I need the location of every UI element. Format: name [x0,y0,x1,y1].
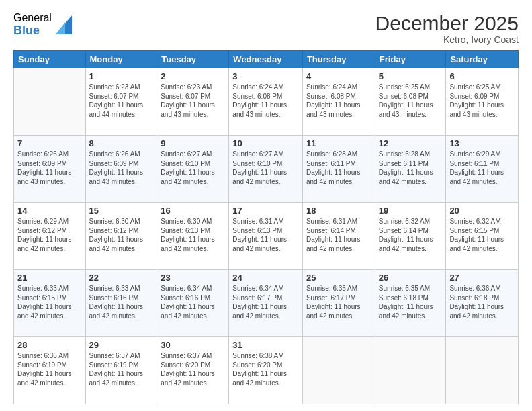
table-row: 28Sunrise: 6:36 AMSunset: 6:19 PMDayligh… [14,337,86,404]
day-info: Sunrise: 6:23 AMSunset: 6:07 PMDaylight:… [161,83,225,119]
col-saturday: Saturday [446,51,519,68]
daylight-text-cont: and 42 minutes. [89,244,154,254]
header-row: Sunday Monday Tuesday Wednesday Thursday… [14,51,519,68]
table-row: 6Sunrise: 6:25 AMSunset: 6:09 PMDaylight… [446,68,519,136]
day-number: 11 [306,138,371,148]
daylight-text: Daylight: 11 hours [232,235,299,244]
sunrise-text: Sunrise: 6:25 AM [449,83,515,92]
day-number: 1 [89,71,154,81]
daylight-text: Daylight: 11 hours [379,235,443,244]
daylight-text-cont: and 43 minutes. [449,110,515,120]
sunrise-text: Sunrise: 6:32 AM [449,217,515,226]
day-info: Sunrise: 6:33 AMSunset: 6:16 PMDaylight:… [89,284,154,320]
daylight-text-cont: and 43 minutes. [161,110,225,120]
table-row [446,337,519,404]
sunrise-text: Sunrise: 6:36 AM [17,351,82,361]
calendar-week-row: 1Sunrise: 6:23 AMSunset: 6:07 PMDaylight… [14,68,519,136]
sunset-text: Sunset: 6:11 PM [379,159,443,169]
day-number: 25 [306,273,371,283]
daylight-text: Daylight: 11 hours [17,302,82,312]
sunset-text: Sunset: 6:20 PM [161,361,225,370]
daylight-text: Daylight: 11 hours [232,168,299,177]
daylight-text-cont: and 44 minutes. [89,110,154,120]
daylight-text-cont: and 42 minutes. [17,244,82,254]
daylight-text-cont: and 43 minutes. [306,110,371,120]
day-number: 15 [89,205,154,216]
day-number: 12 [379,138,443,148]
daylight-text: Daylight: 11 hours [232,302,299,312]
daylight-text: Daylight: 11 hours [161,101,225,110]
day-info: Sunrise: 6:25 AMSunset: 6:09 PMDaylight:… [449,83,515,119]
table-row: 29Sunrise: 6:37 AMSunset: 6:19 PMDayligh… [85,337,157,404]
calendar-table: Sunday Monday Tuesday Wednesday Thursday… [13,50,519,404]
sunrise-text: Sunrise: 6:27 AM [232,150,299,159]
table-row: 3Sunrise: 6:24 AMSunset: 6:08 PMDaylight… [229,68,303,136]
day-info: Sunrise: 6:34 AMSunset: 6:17 PMDaylight:… [232,284,299,320]
main-title: December 2025 [375,12,519,34]
sunset-text: Sunset: 6:17 PM [232,293,299,303]
sunrise-text: Sunrise: 6:38 AM [232,351,299,361]
day-info: Sunrise: 6:28 AMSunset: 6:11 PMDaylight:… [306,150,371,186]
day-number: 5 [379,71,443,81]
daylight-text: Daylight: 11 hours [379,302,443,312]
table-row [302,337,375,404]
daylight-text-cont: and 42 minutes. [306,244,371,254]
logo-general: General [13,12,52,24]
daylight-text-cont: and 42 minutes. [161,177,225,187]
sunrise-text: Sunrise: 6:32 AM [379,217,443,226]
sunrise-text: Sunrise: 6:30 AM [89,217,154,226]
table-row: 1Sunrise: 6:23 AMSunset: 6:07 PMDaylight… [85,68,157,136]
sunset-text: Sunset: 6:19 PM [17,361,82,370]
col-wednesday: Wednesday [229,51,303,68]
table-row: 2Sunrise: 6:23 AMSunset: 6:07 PMDaylight… [157,68,229,136]
table-row: 25Sunrise: 6:35 AMSunset: 6:17 PMDayligh… [302,270,375,337]
daylight-text-cont: and 42 minutes. [161,244,225,254]
day-number: 24 [232,273,299,283]
col-sunday: Sunday [14,51,86,68]
day-info: Sunrise: 6:38 AMSunset: 6:20 PMDaylight:… [232,351,299,387]
table-row: 15Sunrise: 6:30 AMSunset: 6:12 PMDayligh… [85,203,157,270]
sunset-text: Sunset: 6:11 PM [306,159,371,169]
sunset-text: Sunset: 6:11 PM [449,159,515,169]
calendar-week-row: 21Sunrise: 6:33 AMSunset: 6:15 PMDayligh… [14,270,519,337]
sunrise-text: Sunrise: 6:33 AM [89,284,154,293]
day-info: Sunrise: 6:31 AMSunset: 6:14 PMDaylight:… [306,217,371,253]
sunset-text: Sunset: 6:20 PM [232,361,299,370]
table-row: 31Sunrise: 6:38 AMSunset: 6:20 PMDayligh… [229,337,303,404]
daylight-text-cont: and 42 minutes. [232,244,299,254]
daylight-text-cont: and 42 minutes. [17,379,82,388]
daylight-text: Daylight: 11 hours [89,302,154,312]
sunrise-text: Sunrise: 6:37 AM [89,351,154,361]
table-row: 7Sunrise: 6:26 AMSunset: 6:09 PMDaylight… [14,136,86,203]
table-row: 11Sunrise: 6:28 AMSunset: 6:11 PMDayligh… [302,136,375,203]
sunset-text: Sunset: 6:16 PM [161,293,225,303]
sunset-text: Sunset: 6:07 PM [161,92,225,101]
sunrise-text: Sunrise: 6:24 AM [232,83,299,92]
day-info: Sunrise: 6:24 AMSunset: 6:08 PMDaylight:… [306,83,371,119]
day-number: 6 [449,71,515,81]
sunrise-text: Sunrise: 6:36 AM [449,284,515,293]
sunrise-text: Sunrise: 6:30 AM [161,217,225,226]
daylight-text: Daylight: 11 hours [89,369,154,379]
logo-icon [56,15,72,34]
day-number: 18 [306,205,371,216]
day-info: Sunrise: 6:30 AMSunset: 6:12 PMDaylight:… [89,217,154,253]
table-row: 21Sunrise: 6:33 AMSunset: 6:15 PMDayligh… [14,270,86,337]
svg-marker-1 [56,22,65,34]
sunset-text: Sunset: 6:08 PM [379,92,443,101]
day-number: 26 [379,273,443,283]
table-row: 13Sunrise: 6:29 AMSunset: 6:11 PMDayligh… [446,136,519,203]
daylight-text-cont: and 42 minutes. [306,177,371,187]
daylight-text-cont: and 42 minutes. [89,312,154,321]
daylight-text-cont: and 42 minutes. [449,312,515,321]
table-row: 24Sunrise: 6:34 AMSunset: 6:17 PMDayligh… [229,270,303,337]
daylight-text-cont: and 42 minutes. [306,312,371,321]
sunrise-text: Sunrise: 6:28 AM [379,150,443,159]
sunset-text: Sunset: 6:08 PM [306,92,371,101]
daylight-text: Daylight: 11 hours [232,101,299,110]
daylight-text-cont: and 42 minutes. [161,312,225,321]
logo-text: General Blue [13,12,52,37]
table-row: 14Sunrise: 6:29 AMSunset: 6:12 PMDayligh… [14,203,86,270]
table-row: 17Sunrise: 6:31 AMSunset: 6:13 PMDayligh… [229,203,303,270]
calendar-week-row: 14Sunrise: 6:29 AMSunset: 6:12 PMDayligh… [14,203,519,270]
